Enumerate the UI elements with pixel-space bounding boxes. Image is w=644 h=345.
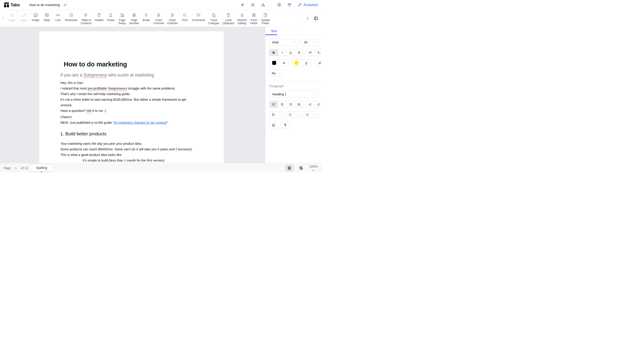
font-family-select[interactable]: Arial <box>269 39 299 46</box>
table-icon <box>44 13 49 18</box>
update-fields-icon <box>263 13 268 18</box>
app-logo[interactable]: Tabs <box>4 3 20 8</box>
assistant-button[interactable]: Assistant <box>298 3 318 7</box>
header-icon <box>97 13 102 18</box>
superscript-button[interactable]: X² <box>306 49 314 56</box>
toolbar-header-button[interactable]: Header <box>93 10 105 27</box>
align-justify-button[interactable] <box>294 101 303 108</box>
toolbar-table-button[interactable]: Table <box>41 10 52 27</box>
pen-circle-icon[interactable] <box>277 3 282 7</box>
toolbar-footer-button[interactable]: Footer <box>105 10 116 27</box>
bullet-list-button[interactable] <box>287 111 294 118</box>
align-center-button[interactable] <box>278 101 286 108</box>
toolbar-toc-button[interactable]: Table of Contents <box>79 10 93 27</box>
document-page[interactable]: How to do marketingIf you are a Solopren… <box>39 31 224 163</box>
page-number-input[interactable] <box>13 165 19 171</box>
doc-paragraph: I noticed that most pre-profitable Solop… <box>60 87 176 90</box>
spelling-button[interactable]: Spelling <box>30 164 53 171</box>
bookmark-icon <box>69 13 74 18</box>
collaborators-icon[interactable] <box>250 3 255 7</box>
toolbar: UndoRedoImageTableLinkBookmarkTable of C… <box>0 10 322 27</box>
toolbar-endnote-button[interactable]: Insert Endnote <box>166 10 179 27</box>
toolbar-find-button[interactable]: Find <box>179 10 190 27</box>
find-icon <box>182 13 187 18</box>
doc-text-run: Cheers! <box>60 115 72 119</box>
toolbar-label: Page Number <box>129 19 139 25</box>
show-formatting-marks-button[interactable]: ¶ <box>281 122 290 128</box>
align-left-button[interactable] <box>270 101 278 108</box>
font-color-swatch[interactable] <box>270 60 279 66</box>
toolbar-comments-button[interactable]: Comments <box>190 10 206 27</box>
strikethrough-button[interactable]: S <box>295 49 303 56</box>
view-mode-fit-button[interactable] <box>296 164 306 172</box>
download-icon[interactable] <box>261 3 266 7</box>
font-size-select[interactable]: 20 <box>301 39 318 46</box>
toolbar-update-fields-button[interactable]: Update Fields <box>260 10 272 27</box>
toolbar-lock-button[interactable]: Restrict Editing <box>236 10 248 27</box>
align-right-button[interactable] <box>286 101 295 108</box>
page-number-icon <box>132 13 136 18</box>
doc-text-run: How to do marketing <box>64 61 127 68</box>
underline-button[interactable]: U <box>286 49 295 56</box>
doc-text-run: Your marketing starts the day you pick y… <box>60 142 142 145</box>
toolbar-page-number-button[interactable]: Page Number <box>128 10 141 27</box>
toolbar-label: Header <box>95 19 104 22</box>
clear-format-eraser-icon[interactable] <box>314 60 322 66</box>
line-spacing-select[interactable] <box>269 111 284 118</box>
toolbar-form-fields-button[interactable]: Form Fields <box>248 10 260 27</box>
link-icon <box>56 13 60 18</box>
doc-paragraph: Hey, this is Dan. <box>60 81 84 85</box>
decrease-indent-button[interactable] <box>306 101 314 108</box>
view-mode-simple-button[interactable] <box>285 164 294 172</box>
toolbar-break-button[interactable]: Break <box>141 10 152 27</box>
legal-scales-icon[interactable] <box>287 3 292 7</box>
doc-text-run: 1. Build better products <box>60 131 106 136</box>
doc-text-run: unstuck. <box>60 103 72 107</box>
doc-text-run: Have a question? <box>60 109 86 113</box>
doc-text-run: It’s simple to build (less than 1 month … <box>82 159 164 162</box>
paragraph-style-select[interactable]: Heading 1 <box>269 91 318 98</box>
font-color-button[interactable]: A <box>279 60 289 66</box>
toolbar-footnote-button[interactable]: Insert Footnote <box>152 10 166 27</box>
undo-icon <box>10 13 14 18</box>
highlight-color-swatch[interactable] <box>292 60 302 66</box>
copy-style-icon[interactable] <box>270 122 278 128</box>
brand-name: Tabs <box>10 3 20 8</box>
toolbar-label: Image <box>32 19 39 22</box>
italic-button[interactable]: I <box>278 49 286 56</box>
highlighter-icon[interactable] <box>302 60 311 66</box>
zoom-control[interactable]: 100% <box>308 163 318 173</box>
tab-text[interactable]: Text <box>266 27 277 35</box>
toolbar-bookmark-button[interactable]: Bookmark <box>64 10 79 27</box>
toolbar-page-setup-button[interactable]: Page Setup <box>116 10 128 27</box>
increase-indent-button[interactable] <box>314 101 322 108</box>
doc-paragraph: Have a question? DM it to me :) <box>60 109 106 113</box>
toolbar-scroll-right-icon[interactable] <box>306 16 310 20</box>
doc-paragraph: It’s not a silver bullet to start earnin… <box>60 98 186 101</box>
page-count-label: of 13 <box>21 166 28 170</box>
share-link-icon[interactable] <box>240 3 245 7</box>
toolbar-scroll-left-icon[interactable] <box>0 16 6 20</box>
bullet-list-options-icon[interactable] <box>294 111 301 118</box>
toolbar-redo-button: Redo <box>18 11 30 26</box>
misspelled-word: Solopreneurs <box>108 87 127 90</box>
toolbar-image-button[interactable]: Image <box>30 10 41 27</box>
doc-paragraph: It’s simple to build (less than 1 month … <box>82 159 164 162</box>
doc-text-run: struggle with the same problems. <box>127 87 176 90</box>
toolbar-clipboard-button[interactable]: Local Clipboard <box>221 10 236 27</box>
sidebar-toggle-icon[interactable] <box>314 16 318 21</box>
toolbar-link-button[interactable]: Link <box>52 10 64 27</box>
document-canvas[interactable]: How to do marketingIf you are a Solopren… <box>0 27 265 163</box>
doc-hyperlink[interactable]: 20 marketing changes to get unstuck <box>114 121 167 124</box>
subscript-button[interactable]: X₂ <box>314 49 322 56</box>
doc-text-run: If you are a <box>60 73 84 77</box>
redo-icon <box>22 13 26 18</box>
doc-paragraph: unstuck. <box>60 103 72 107</box>
change-case-select[interactable]: Aa <box>269 70 283 77</box>
numbered-list-button[interactable]: 123 <box>304 111 311 118</box>
rename-document-icon[interactable] <box>63 3 67 7</box>
toolbar-label: Form Fields <box>250 19 258 25</box>
bold-button[interactable]: B <box>270 49 278 56</box>
numbered-list-options-icon[interactable] <box>311 111 318 118</box>
toolbar-track-changes-button[interactable]: Track Changes <box>207 10 221 27</box>
